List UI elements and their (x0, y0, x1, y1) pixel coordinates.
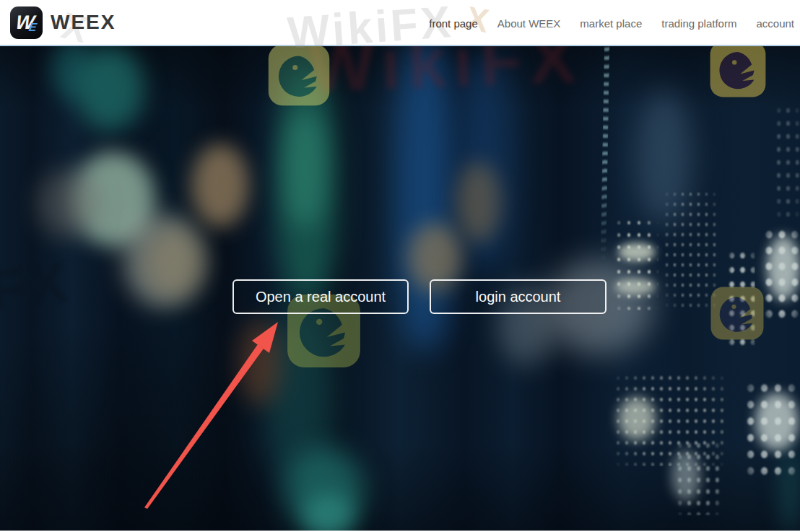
bokeh-light (635, 90, 693, 227)
bokeh-light (618, 397, 656, 440)
led-dot-cluster (726, 248, 755, 353)
led-dot-cluster (614, 372, 726, 466)
bokeh-light (123, 214, 202, 308)
bokeh-light (238, 319, 282, 406)
bokeh-light (767, 235, 800, 300)
led-dot-cluster (675, 440, 722, 515)
bokeh-light (755, 393, 799, 450)
bokeh-light (285, 111, 325, 227)
nav-item-about-weex[interactable]: About WEEX (497, 17, 561, 30)
login-account-button[interactable]: login account (430, 279, 606, 314)
bokeh-light (780, 448, 800, 531)
bokeh-light (456, 162, 501, 243)
brand-wordmark: WEEX (51, 11, 116, 34)
bokeh-light (618, 243, 656, 261)
led-dot-cluster (762, 227, 800, 320)
nav-item-market-place[interactable]: market place (580, 17, 642, 30)
bokeh-light (72, 152, 155, 247)
bokeh-light (276, 66, 337, 305)
bokeh-light (51, 46, 94, 101)
hero-banner: WikiFX FX Open a real account login acco… (0, 46, 800, 531)
bokeh-light (144, 227, 206, 299)
light-string (600, 46, 609, 263)
bokeh-light (303, 494, 354, 531)
led-dot-cluster (774, 104, 800, 219)
open-real-account-button[interactable]: Open a real account (232, 279, 409, 314)
nav-item-account[interactable]: account (756, 17, 794, 30)
led-dot-cluster (744, 380, 800, 481)
led-dot-cluster (614, 217, 658, 310)
top-navigation-bar: X WikiFX X W E WEEX front page About WEE… (0, 0, 800, 46)
bokeh-light (459, 52, 510, 269)
bokeh-light (285, 448, 365, 531)
logo-letter-e: E (28, 22, 38, 33)
bokeh-light (671, 450, 700, 501)
bokeh-light (191, 144, 249, 227)
wikifx-watermark-text: WikiFX (308, 46, 584, 108)
bokeh-light (38, 169, 99, 238)
wikifx-eagle-watermark-icon (267, 46, 331, 107)
wikifx-eagle-watermark-icon (710, 286, 765, 341)
main-nav: front page About WEEX market place tradi… (429, 0, 794, 46)
wikifx-watermark-partial: FX (0, 249, 75, 321)
bokeh-light (76, 46, 144, 131)
nav-item-trading-platform[interactable]: trading platform (661, 17, 736, 30)
led-dot-cluster (663, 189, 719, 308)
bokeh-light (615, 279, 656, 295)
wikifx-eagle-watermark-icon (709, 46, 767, 98)
weex-logo[interactable]: W E (10, 6, 43, 39)
bokeh-light (266, 306, 332, 487)
nav-item-front-page[interactable]: front page (429, 17, 478, 30)
